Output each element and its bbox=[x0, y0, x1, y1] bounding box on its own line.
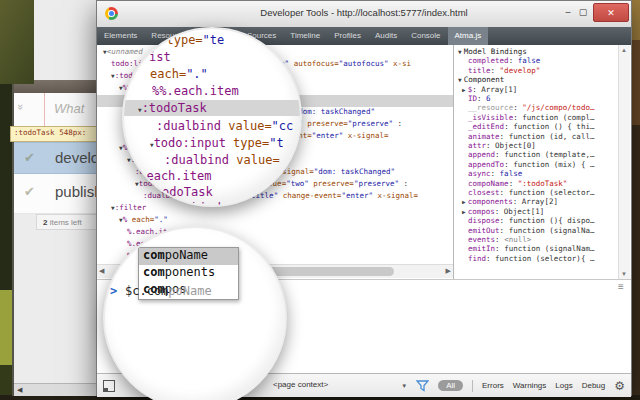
magnifier-loupe-top: t type="teisteach="."%%.each.item▼:todoT… bbox=[122, 27, 302, 207]
console-filter-group: ▼ AllErrorsWarningsLogsDebug ⚙ bbox=[401, 374, 625, 397]
colon: : bbox=[504, 122, 513, 131]
property-name: async bbox=[468, 169, 491, 178]
colon: : bbox=[513, 113, 522, 122]
property-value: false bbox=[518, 56, 541, 65]
code-seg: preserve= bbox=[303, 119, 348, 128]
filter-debug-button[interactable]: Debug bbox=[582, 381, 606, 390]
autocomplete-suggestion: poName bbox=[168, 284, 211, 298]
scroll-left-icon[interactable]: ◀ bbox=[17, 386, 22, 394]
chevron-down-icon[interactable]: ▼ bbox=[401, 383, 407, 389]
divider bbox=[472, 380, 473, 392]
minimize-button[interactable]: – bbox=[561, 4, 575, 20]
code-seg: each= bbox=[150, 67, 186, 81]
completion-rest: ponents bbox=[165, 265, 216, 279]
toggle-all-chevron-icon[interactable]: » bbox=[15, 104, 27, 110]
magnified-code-line: :dualbind value="cc bbox=[156, 119, 293, 133]
scroll-up-icon[interactable]: ▲ bbox=[621, 47, 627, 53]
property-name: __resource bbox=[468, 103, 513, 112]
screen: { "window": { "title": "Developer Tools … bbox=[0, 0, 640, 400]
property-value: false bbox=[500, 169, 523, 178]
tab-audits[interactable]: Audits bbox=[368, 27, 404, 45]
tree-row[interactable]: ▼:filter bbox=[97, 203, 453, 215]
colon: : bbox=[500, 188, 509, 197]
console-prompt-icon: > bbox=[110, 284, 117, 298]
code-seg: value= bbox=[221, 119, 272, 133]
close-button[interactable]: ✕ bbox=[593, 3, 629, 22]
code-seg: ist bbox=[149, 50, 171, 64]
new-todo-placeholder[interactable]: What bbox=[54, 101, 84, 116]
maximize-button[interactable]: ▢ bbox=[576, 4, 590, 20]
todo-check-icon[interactable]: ✔ bbox=[24, 184, 35, 199]
colon: : bbox=[513, 197, 522, 206]
filter-errors-button[interactable]: Errors bbox=[482, 381, 504, 390]
property-value: function (template,… bbox=[504, 150, 594, 159]
code-seg: x-signal= bbox=[373, 191, 418, 200]
triangle-right-icon[interactable]: ▶ bbox=[462, 208, 466, 215]
triangle-right-icon[interactable]: ▶ bbox=[462, 86, 466, 93]
property-name: events bbox=[468, 235, 495, 244]
typed-prefix: com bbox=[143, 265, 165, 279]
sidebar-scrollbar[interactable]: ▲ ▼ bbox=[618, 45, 630, 279]
tab-profiles[interactable]: Profiles bbox=[327, 27, 368, 45]
properties-sidebar[interactable]: ▼Model Bindingscompleted: falsetitle: "d… bbox=[454, 45, 621, 279]
scroll-left-icon[interactable]: ◀ bbox=[99, 267, 104, 275]
triangle-right-icon[interactable]: ▶ bbox=[462, 198, 466, 205]
colon: : bbox=[509, 179, 518, 188]
code-seg: "dom: taskChanged" bbox=[314, 167, 395, 176]
items-left-counter: 2 items left bbox=[43, 218, 82, 227]
todo-item-publish[interactable]: ✔ publish bbox=[14, 174, 98, 214]
scroll-right-icon[interactable]: ▶ bbox=[446, 267, 451, 275]
property-value: function (selector… bbox=[509, 188, 595, 197]
tab-elements[interactable]: Elements bbox=[97, 27, 144, 45]
browser-h-scrollbar[interactable]: ◀ bbox=[14, 383, 98, 396]
code-seg: type= bbox=[166, 33, 202, 47]
property-name: find bbox=[468, 254, 486, 263]
colon: : bbox=[500, 226, 509, 235]
property-name: closest bbox=[468, 188, 500, 197]
tab-timeline[interactable]: Timeline bbox=[283, 27, 327, 45]
property-name: _isVisible bbox=[468, 113, 513, 122]
code-seg: <unnamed bbox=[107, 47, 143, 56]
context-selector[interactable]: <page context> bbox=[273, 380, 328, 389]
property-name: emitIn bbox=[468, 244, 495, 253]
dock-toggle-icon[interactable] bbox=[103, 380, 115, 392]
autocomplete-item[interactable]: components bbox=[139, 265, 238, 282]
code-seg: :filter bbox=[115, 203, 147, 212]
console-input-line[interactable]: $c.compoName bbox=[125, 284, 212, 298]
code-seg: todo:input bbox=[154, 136, 226, 150]
magnified-code-line: ▼todo:input type="t bbox=[150, 136, 284, 150]
property-name: _editEnd bbox=[468, 122, 504, 131]
magnified-code-line: :dualbind value= bbox=[164, 153, 280, 167]
gear-icon[interactable]: ⚙ bbox=[614, 379, 625, 393]
property-value: function (){ dispo… bbox=[509, 216, 595, 225]
colon: : bbox=[495, 244, 504, 253]
drawer-resize-grip-icon[interactable]: ≡ bbox=[611, 281, 631, 292]
property-name: ID bbox=[468, 94, 477, 103]
tree-row[interactable]: ▼% each="." bbox=[97, 215, 453, 227]
property-name: animate bbox=[468, 132, 500, 141]
scroll-down-icon[interactable]: ▼ bbox=[621, 271, 627, 277]
filter-all-button[interactable]: All bbox=[438, 380, 463, 391]
title-bar[interactable]: Developer Tools - http://localhost:5777/… bbox=[97, 1, 631, 28]
code-seg: :todoTask bbox=[142, 101, 207, 115]
todo-item-develop[interactable]: ✔ develop bbox=[14, 142, 98, 174]
todo-item-label: develop bbox=[55, 149, 98, 166]
todo-check-icon[interactable]: ✔ bbox=[24, 150, 35, 165]
property-name: appendTo bbox=[468, 160, 504, 169]
magnified-code-line: ist bbox=[149, 50, 171, 64]
colon: : bbox=[486, 254, 495, 263]
filter-logs-button[interactable]: Logs bbox=[555, 381, 572, 390]
tab-atma-js[interactable]: Atma.js bbox=[448, 27, 489, 45]
property-value: function () { thi… bbox=[513, 122, 594, 131]
filter-warnings-button[interactable]: Warnings bbox=[513, 381, 547, 390]
code-seg: "enter" bbox=[312, 131, 344, 140]
property-value: Array[2] bbox=[522, 197, 558, 206]
new-todo-row[interactable]: » What bbox=[14, 93, 98, 127]
tab-console[interactable]: Console bbox=[404, 27, 447, 45]
property-value: function (selector){ … bbox=[495, 254, 594, 263]
tree-row[interactable]: :dualbind value="title" change-event="en… bbox=[97, 191, 453, 203]
code-seg: "two" bbox=[286, 179, 309, 188]
filter-funnel-icon[interactable] bbox=[416, 380, 429, 392]
property-name: title bbox=[468, 66, 491, 75]
autocomplete-item[interactable]: compoName bbox=[139, 248, 238, 265]
